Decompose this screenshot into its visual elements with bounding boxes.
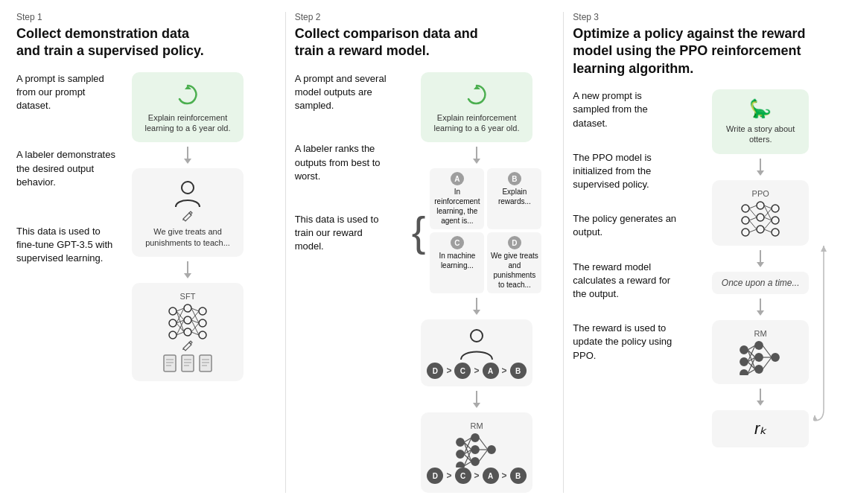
pen-icon xyxy=(182,210,194,222)
svg-point-44 xyxy=(488,446,495,453)
step3-text-1: The PPO model is initialized from the su… xyxy=(573,151,681,192)
svg-point-7 xyxy=(199,307,206,315)
svg-line-65 xyxy=(749,205,757,208)
svg-line-23 xyxy=(191,323,199,332)
step2-arrow-3 xyxy=(473,391,480,408)
step2-label: Step 2 xyxy=(295,12,555,22)
step1-prompt-label: Explain reinforcement learning to a 6 ye… xyxy=(141,112,235,134)
rm-gt-1: > xyxy=(446,470,451,481)
step3-prompt-card: 🦕 Write a story about otters. xyxy=(712,89,809,154)
step3-prompt-label: Write a story about otters. xyxy=(721,124,800,145)
step3-title: Optimize a policy against the reward mod… xyxy=(573,25,833,77)
step3-text-0: A new prompt is sampled from the dataset… xyxy=(573,89,681,130)
step2-title: Collect comparison data and train a rewa… xyxy=(295,25,555,60)
step1-labeler-card: We give treats and punishments to teach.… xyxy=(132,168,244,257)
gt-3: > xyxy=(502,366,507,376)
svg-point-79 xyxy=(755,342,763,349)
output-text: Once upon a time... xyxy=(722,278,800,288)
step3-diagram: 🦕 Write a story about otters. PPO xyxy=(688,89,833,493)
step3-label: Step 3 xyxy=(573,12,833,22)
rank-b: B xyxy=(510,363,527,379)
person-icon xyxy=(171,177,204,210)
svg-point-38 xyxy=(457,438,464,446)
rm-rank-d: D xyxy=(427,468,443,484)
step3-rm-card: RM xyxy=(712,320,809,384)
output-card-b: B Explain rewards... xyxy=(487,168,541,229)
step2-rm-card: RM xyxy=(421,412,532,493)
svg-point-42 xyxy=(471,446,479,453)
sft-label: SFT xyxy=(180,292,196,301)
output-letter-d: D xyxy=(508,236,521,249)
svg-point-62 xyxy=(772,205,779,212)
svg-point-3 xyxy=(169,331,177,339)
step2-rm-label: RM xyxy=(470,421,483,430)
rank-d: D xyxy=(427,363,443,379)
svg-point-40 xyxy=(457,462,464,468)
svg-line-91 xyxy=(763,345,772,357)
pen-icon-2 xyxy=(182,339,194,351)
svg-point-6 xyxy=(184,328,191,336)
main-container: Step 1 Collect demonstration data and tr… xyxy=(0,0,849,504)
svg-point-59 xyxy=(757,202,764,209)
step2-arrow-1 xyxy=(473,147,480,164)
step1-arrow-2 xyxy=(184,261,191,278)
rank-a: A xyxy=(483,363,499,379)
output-card-d: D We give treats and punishments to teac… xyxy=(487,232,541,293)
output-letter-b: B xyxy=(508,172,521,185)
output-text-c: In machine learning... xyxy=(433,251,481,270)
svg-line-67 xyxy=(749,217,757,220)
svg-point-77 xyxy=(740,358,748,366)
step2-text-1: A labeler ranks the outputs from best to… xyxy=(295,142,392,183)
doc-icon-2 xyxy=(180,354,195,372)
svg-point-9 xyxy=(199,331,206,339)
ranked-person-icon xyxy=(451,327,503,363)
step1-labeler-label: We give treats and punishments to teach.… xyxy=(141,226,235,248)
step1-left-text: A prompt is sampled from our prompt data… xyxy=(16,72,121,494)
output-letter-a: A xyxy=(451,172,464,185)
gt-1: > xyxy=(446,366,451,376)
svg-line-20 xyxy=(191,311,199,320)
step1-sft-card: SFT xyxy=(132,283,244,381)
svg-point-82 xyxy=(772,354,779,361)
step3-arrow-1 xyxy=(757,159,764,176)
svg-point-41 xyxy=(471,434,479,441)
rm-network-icon xyxy=(454,432,499,468)
svg-point-5 xyxy=(184,316,191,324)
svg-line-53 xyxy=(479,438,488,450)
step2-ranked-card: D > C > A > B xyxy=(421,319,532,386)
svg-point-56 xyxy=(742,205,749,212)
output-letter-c: C xyxy=(451,236,464,249)
step1-prompt-card: Explain reinforcement learning to a 6 ye… xyxy=(132,72,244,143)
ppo-network-icon xyxy=(738,200,783,237)
ppo-loop-arrow xyxy=(813,246,834,424)
ppo-label: PPO xyxy=(752,189,769,198)
step1-content: A prompt is sampled from our prompt data… xyxy=(16,72,276,494)
rank-c: C xyxy=(454,363,471,379)
svg-point-43 xyxy=(471,458,479,465)
step1-text-0: A prompt is sampled from our prompt data… xyxy=(16,72,121,113)
svg-line-68 xyxy=(749,220,757,229)
svg-line-72 xyxy=(764,229,772,232)
svg-line-69 xyxy=(749,229,757,232)
doc-icon-1 xyxy=(162,354,177,372)
step1-title: Collect demonstration data and train a s… xyxy=(16,25,276,60)
rm-gt-2: > xyxy=(474,470,480,481)
rm-rank-c: C xyxy=(455,468,471,484)
svg-line-66 xyxy=(749,208,757,217)
step3-arrow-4 xyxy=(757,389,764,406)
svg-point-39 xyxy=(457,450,464,458)
step1-label: Step 1 xyxy=(16,12,276,22)
svg-point-2 xyxy=(169,319,177,327)
step2-outputs-grid: A In reinforcement learning, the agent i… xyxy=(430,168,541,293)
ranking-row: D > C > A > B xyxy=(427,363,526,379)
step1-text-2: This data is used to fine-tune GPT-3.5 w… xyxy=(16,225,121,266)
step2-prompt-card: Explain reinforcement learning to a 6 ye… xyxy=(421,72,532,143)
svg-point-0 xyxy=(182,182,194,194)
step3-text-2: The policy generates an output. xyxy=(573,212,681,239)
step1-diagram: Explain reinforcement learning to a 6 ye… xyxy=(128,72,247,494)
step3-rk-card: rₖ xyxy=(712,410,809,447)
step1-text-1: A labeler demonstrates the desired outpu… xyxy=(16,148,121,189)
output-text-d: We give treats and punishments to teach.… xyxy=(490,251,538,290)
step2-rm-ranking: D > C > A > B xyxy=(427,468,526,484)
rm-rank-a: A xyxy=(483,468,499,484)
